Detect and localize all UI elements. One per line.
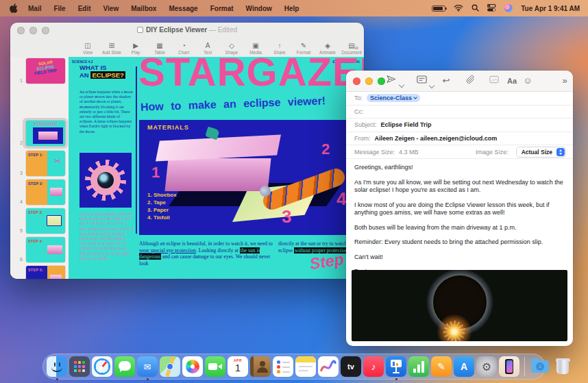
mail-toolbar[interactable]: ↩ Aa ☺ » [346,71,573,92]
slide-navigator: 1 SOLAR ECLIPSE FIELD TRIP 2 STARGAZER 3… [10,57,69,279]
share-button[interactable]: ↑Share [271,42,289,55]
warning-text-col1: Although an eclipse is beautiful, in ord… [139,240,275,267]
media-button[interactable]: ▣Media [247,42,265,55]
dock-launchpad[interactable] [69,356,90,377]
slide-thumbnail-5[interactable]: 5 STEP 3: [10,208,69,234]
attach-icon[interactable] [464,75,476,88]
view-button[interactable]: ◫View [79,42,97,55]
chevron-down-icon[interactable] [400,78,404,90]
material-number-2: 2 [321,140,330,158]
menu-bar-clock[interactable]: Tue Apr 1 9:41 AM [521,5,580,12]
dock-app-store[interactable]: A [454,356,474,377]
dock-calendar[interactable]: APR 1 [228,356,248,377]
chart-icon: ◔ [182,42,186,49]
menu-item-window[interactable]: Window [240,5,278,12]
eclipse-attachment-image[interactable] [352,270,567,341]
siri-icon[interactable] [504,4,513,12]
dock-maps[interactable] [160,356,180,377]
dock-numbers[interactable] [408,356,429,377]
emoji-icon[interactable]: ☺ [522,75,534,87]
format-button[interactable]: ✎Format [295,42,313,55]
subject-field[interactable]: Subject: Eclipse Field Trip [346,119,573,132]
slide-thumbnail-7[interactable]: 7 STEP 5: [10,266,69,279]
dock-safari[interactable] [92,356,112,377]
add-slide-button[interactable]: ⊞Add Slide [103,42,121,55]
dock-notes[interactable] [295,356,316,377]
cc-field[interactable]: Cc: [346,106,573,119]
battery-icon[interactable] [432,5,445,12]
format-text-icon[interactable]: Aa [505,75,519,87]
image-size-group: Image Size: Actual Size [476,147,566,158]
wifi-icon[interactable] [454,4,463,13]
scissors-art: ✂ [54,156,61,166]
stepper-icon [556,148,565,156]
dock-finder[interactable] [47,356,67,377]
menu-item-mail[interactable]: Mail [22,5,47,12]
body-paragraph: As I'm sure you all know, we will be set… [354,179,565,195]
dock-keynote[interactable] [386,356,406,377]
dock-iphone-mirroring[interactable] [499,356,519,377]
keynote-window: DIY Eclipse Viewer — Edited ◫View ⊞Add S… [10,23,364,279]
dock-photos[interactable] [182,356,203,377]
menu-item-mailbox[interactable]: Mailbox [125,5,162,12]
header-fields-icon[interactable] [413,75,430,87]
play-button[interactable]: ▶Play [127,42,145,55]
slide-thumbnail-2-selected[interactable]: 2 STARGAZER [10,121,69,146]
menu-item-help[interactable]: Help [278,5,306,12]
animate-button[interactable]: ◈Animate [319,42,336,55]
chevron-down-icon[interactable] [430,79,434,91]
slide-thumbnail-1[interactable]: 1 SOLAR ECLIPSE FIELD TRIP [10,58,69,84]
slide-thumbnail-4[interactable]: 4 STEP 2: [10,180,69,205]
dock-freeform[interactable] [318,356,339,377]
pen-icon: ✎ [437,361,445,372]
slide-paragraph-solar: A solar eclipse happens when the moon bl… [79,212,134,261]
dock-downloads[interactable]: ↓ [530,356,550,377]
menu-bar: Mail File Edit View Mailbox Message Form… [0,0,588,16]
recipient-token[interactable]: Science-Class [367,94,420,102]
slide-thumbnail-6[interactable]: 6 STEP 4: [10,237,69,262]
chart-button[interactable]: ◔Chart [175,42,193,55]
insert-photo-icon[interactable] [488,75,500,87]
minimize-button[interactable] [365,77,373,85]
image-size-select[interactable]: Actual Size [516,147,566,158]
menu-item-view[interactable]: View [97,5,125,12]
close-button[interactable] [353,77,360,85]
dock-mail[interactable]: ✉ [137,356,158,377]
thumb-5-art: STEP 3: [26,208,65,234]
menu-item-message[interactable]: Message [162,5,204,12]
menu-item-format[interactable]: Format [204,5,240,12]
dock-facetime[interactable] [205,356,225,377]
text-button[interactable]: AText [199,42,217,55]
menu-item-file[interactable]: File [47,5,71,12]
slide-canvas[interactable]: SCIENCE 4.2 EXPERIMENT #1 WHAT IS AN ECL… [69,57,364,279]
send-icon[interactable] [384,75,397,87]
spotlight-icon[interactable] [471,4,479,13]
more-toolbar-icon[interactable]: » [559,75,571,87]
from-field[interactable]: From: Aileen Zeigen - aileen.zeigen@iclo… [346,132,573,146]
material-number-1: 1 [151,164,160,182]
share-icon: ↑ [278,42,282,49]
dock-trash[interactable] [552,356,573,377]
dock-music[interactable]: ♪ [363,356,384,377]
control-center-icon[interactable] [487,4,496,13]
slide-thumbnail-3[interactable]: 3 STEP 1: ✂ [10,151,69,176]
keynote-titlebar[interactable]: DIY Eclipse Viewer — Edited [10,23,364,38]
to-field[interactable]: To: Science-Class [346,92,573,106]
dock-pages[interactable]: ✎ [431,356,452,377]
dock-system-settings[interactable]: ⚙ [476,356,497,377]
materials-panel: MATERIALS 1 2 3 4 1. Shoebox 2. Tape 3. … [139,120,353,235]
shape-button[interactable]: ◇Shape [223,42,241,55]
menu-item-edit[interactable]: Edit [72,5,97,12]
apple-menu-icon[interactable] [0,3,22,13]
body-paragraph: Greetings, earthlings! [354,164,565,172]
document-icon [137,27,143,33]
toolbar-overflow-icon[interactable]: » [354,43,358,51]
dock-tv[interactable]: tv [341,356,361,377]
table-button[interactable]: ▦Table [151,42,169,55]
tv-label: tv [347,362,354,371]
dock-reminders[interactable] [273,356,293,377]
dock-messages[interactable] [114,356,135,377]
reply-icon[interactable]: ↩ [440,75,452,87]
slide-title: STARGAZER [138,57,364,95]
dock-contacts[interactable] [250,356,271,377]
